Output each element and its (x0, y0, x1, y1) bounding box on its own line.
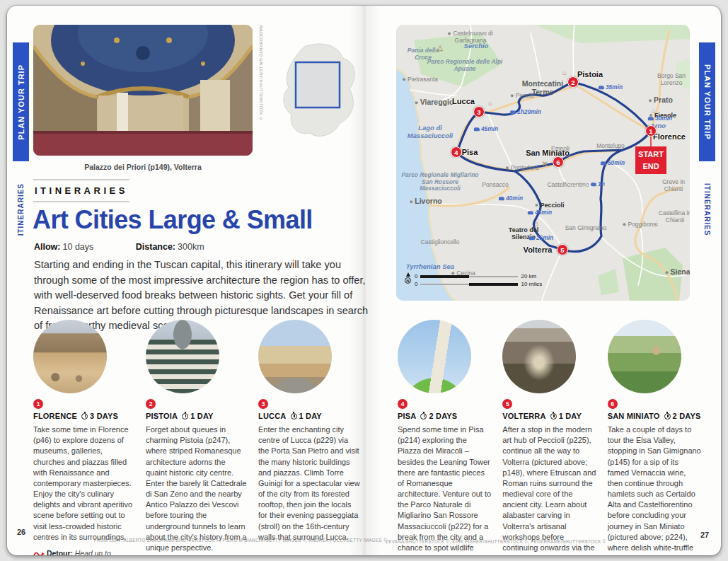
start-label: START (635, 149, 666, 161)
stops-row-right: 4 PISA2 DAYS Spend some time in Pisa (p2… (398, 320, 702, 555)
map-poi-icon: ♫ (533, 220, 539, 228)
map-town-label: Castiglioncello (421, 239, 460, 246)
left-tab-plan-your-trip: PLAN YOUR TRIP (13, 42, 29, 161)
page-number-left: 26 (17, 528, 25, 536)
stop-photo-lucca (258, 320, 332, 393)
map-drive-time-label: 45min (528, 209, 552, 216)
stop-photo-florence (33, 320, 107, 393)
map-town-label: Siena (665, 268, 690, 277)
map-poi-icon: △ (437, 44, 443, 52)
stop-heading: LUCCA1 DAY (258, 412, 360, 420)
map-stop-city-label: Pisa (462, 148, 478, 156)
car-icon (499, 197, 504, 200)
map-water-label: Tyrrhenian Sea (402, 263, 458, 271)
stop-photo-pistoia (146, 320, 219, 393)
right-section-label: ITINERARIES (703, 183, 711, 236)
map-stop-city-label: Pistoia (577, 70, 603, 79)
stop-number-badge: 2 (146, 399, 156, 409)
clock-icon (291, 413, 297, 420)
map-town-label: Ponsacco (482, 182, 508, 189)
stop-heading: VOLTERRA1 DAY (502, 412, 596, 420)
map-town-label: Peccioli (535, 202, 564, 209)
clock-icon (420, 413, 427, 420)
map-town-label: Poggibonsi (623, 221, 657, 229)
kicker: ITINERARIES (33, 179, 129, 202)
stop-heading: SAN MINIATO2 DAYS (608, 412, 702, 420)
map-drive-time-label: 25min (529, 235, 553, 241)
map-town-label: Montelupo (596, 143, 625, 150)
map-town-label: Pietrasanta (403, 76, 438, 83)
map-stop-city-label: Lucca (452, 97, 475, 105)
stop-photo-san-miniato (608, 320, 681, 393)
itinerary-meta: Allow:10 days Distance:300km (34, 242, 204, 252)
stop-body: Take some time in Florence (p46) to expl… (33, 424, 135, 543)
right-tab-label: PLAN YOUR TRIP (703, 64, 712, 140)
left-tab-label: PLAN YOUR TRIP (17, 64, 25, 140)
map-drive-time-label: 50min (601, 160, 625, 166)
left-section-label: ITINERARIES (17, 183, 25, 236)
car-icon (528, 211, 533, 214)
map-stop-marker: 1 (645, 125, 657, 137)
photo-credits-right: ZEVANA/SHUTTERSTOCK ©, KIRK FISHER/SHUTT… (386, 539, 606, 544)
stop-number-badge: 3 (258, 399, 268, 409)
map-town-label: Prato (649, 96, 673, 105)
stop-number-badge: 5 (502, 399, 512, 409)
map-town-label: Greve in Chianti (657, 179, 690, 192)
map-stop-marker: 4 (451, 146, 462, 158)
map-stop-city-label: Volterra (524, 245, 553, 254)
map-water-label: Lago di Massaciuccoli (399, 125, 461, 139)
north-arrow-icon: N (405, 272, 411, 288)
map-drive-time-label: 45min (474, 126, 498, 132)
car-icon (474, 127, 480, 131)
map-town-label: San Gimignano (565, 225, 607, 232)
hero-photo-palazzo-dei-priori (33, 25, 253, 156)
map-poi-icon: ⌂ (562, 69, 567, 76)
map-town-label: Pontedera (506, 165, 538, 172)
stop-body: After a stop in the modern art hub of Pe… (502, 424, 596, 555)
tuscany-inset-map (277, 41, 361, 146)
stop-column-san-miniato: 6 SAN MINIATO2 DAYS Take a couple of day… (608, 320, 702, 555)
clock-icon (664, 413, 671, 420)
map-park-label: Parco Regionale delle Alpi Apuane (426, 59, 504, 72)
stop-body: Spend some time in Pisa (p214) exploring… (398, 424, 492, 555)
map-poi-icon: ⌂ (652, 107, 656, 115)
stop-body: Forget about queues in charming Pistoia … (146, 424, 248, 553)
map-poi-icon: ✕ (542, 160, 548, 168)
stops-row-left: 1 FLORENCE3 DAYS Take some time in Flore… (33, 320, 360, 555)
car-icon (529, 236, 535, 240)
start-end-marker: START END (635, 146, 666, 174)
map-stop-marker: 3 (473, 106, 485, 117)
stop-heading: PISTOIA1 DAY (146, 412, 248, 420)
stop-heading: PISA2 DAYS (398, 412, 492, 420)
stop-column-florence: 1 FLORENCE3 DAYS Take some time in Flore… (33, 320, 135, 555)
stop-column-pisa: 4 PISA2 DAYS Spend some time in Pisa (p2… (398, 320, 492, 555)
page-number-right: 27 (700, 531, 709, 539)
hero-caption: Palazzo dei Priori (p149), Volterra (33, 163, 253, 171)
map-stop-marker: 6 (553, 156, 564, 168)
car-icon (510, 110, 516, 114)
map-town-label: Borgo San Lorenzo (651, 73, 690, 86)
map-drive-time-label: 1h20min (510, 109, 541, 115)
map-drive-time-label: 1h (591, 181, 605, 187)
right-tab-plan-your-trip: PLAN YOUR TRIP (699, 42, 715, 161)
car-icon (648, 117, 654, 120)
stop-number-badge: 4 (398, 399, 408, 409)
end-label: END (635, 161, 666, 173)
map-drive-time-label: 40min (499, 195, 523, 202)
page-title: Art Cities Large & Small (33, 205, 313, 235)
allow-value: 10 days (63, 242, 94, 252)
map-poi-icon: ⌂ (488, 99, 492, 107)
map-scale-bar: N 020 km 010 miles (405, 272, 542, 288)
hero-photo-credit: MARCOBRIVIO.GALLERY/SHUTTERSTOCK © (256, 25, 263, 160)
allow-label: Allow: (34, 242, 61, 252)
stop-column-volterra: 5 VOLTERRA1 DAY After a stop in the mode… (502, 320, 596, 555)
map-town-label: Livorno (410, 197, 442, 206)
car-icon (601, 161, 606, 165)
stop-detour: Detour: Head up to Fiesole (p114) to che… (33, 549, 135, 555)
book-spread: PLAN YOUR TRIP ITINERARIES PLAN YOUR TRI… (7, 6, 721, 555)
left-section-itineraries: ITINERARIES (13, 167, 29, 252)
detour-arrow-icon (33, 551, 45, 555)
stop-body: Enter the enchanting city centre of Lucc… (258, 424, 360, 543)
map-drive-time-label: 35min (599, 84, 623, 91)
distance-label: Distance: (136, 242, 175, 252)
